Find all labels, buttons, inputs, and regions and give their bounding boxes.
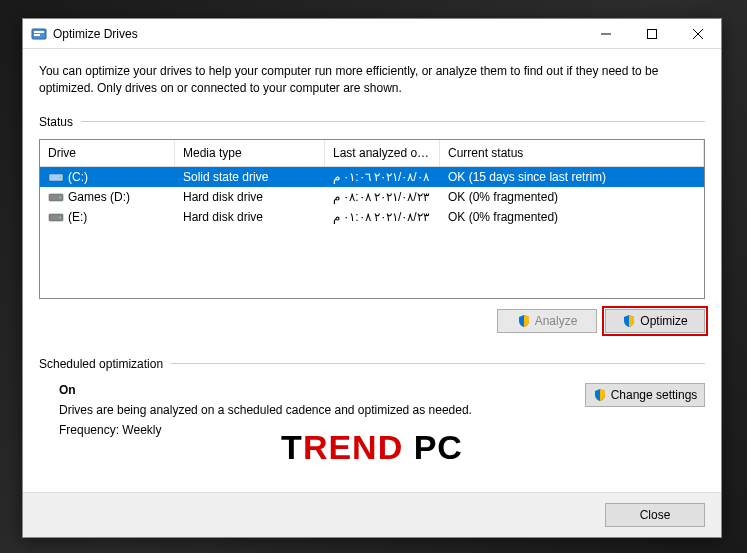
current-status: OK (0% fragmented) xyxy=(440,190,704,204)
intro-text: You can optimize your drives to help you… xyxy=(39,63,705,97)
scheduled-text: On Drives are being analyzed on a schedu… xyxy=(39,383,565,437)
close-label: Close xyxy=(640,508,671,522)
svg-point-12 xyxy=(59,217,61,219)
optimize-label: Optimize xyxy=(640,314,687,328)
optimize-button[interactable]: Optimize xyxy=(605,309,705,333)
close-button[interactable] xyxy=(675,19,721,49)
drive-name: (C:) xyxy=(68,170,88,184)
shield-icon xyxy=(593,388,607,402)
last-analyzed: ٢٠٢١/٠٨/٢٣ ٠٨:٠٨ م xyxy=(325,190,440,204)
shield-icon xyxy=(517,314,531,328)
last-analyzed: ٢٠٢١/٠٨/٠٨ ٠١:٠٦ م xyxy=(325,170,440,184)
svg-rect-1 xyxy=(34,31,44,33)
column-status[interactable]: Current status xyxy=(440,140,704,166)
svg-point-8 xyxy=(59,177,61,179)
scheduled-freq: Frequency: Weekly xyxy=(59,423,565,437)
current-status: OK (15 days since last retrim) xyxy=(440,170,704,184)
divider xyxy=(81,121,705,122)
scheduled-label-text: Scheduled optimization xyxy=(39,357,163,371)
media-type: Solid state drive xyxy=(175,170,325,184)
minimize-button[interactable] xyxy=(583,19,629,49)
analyze-button[interactable]: Analyze xyxy=(497,309,597,333)
column-drive[interactable]: Drive xyxy=(40,140,175,166)
drive-icon xyxy=(48,191,64,203)
drive-icon xyxy=(48,211,64,223)
app-icon xyxy=(31,26,47,42)
shield-icon xyxy=(622,314,636,328)
svg-rect-2 xyxy=(34,34,40,36)
list-rows: (C:)Solid state drive٢٠٢١/٠٨/٠٨ ٠١:٠٦ مO… xyxy=(40,167,704,298)
close-footer-button[interactable]: Close xyxy=(605,503,705,527)
analyze-label: Analyze xyxy=(535,314,578,328)
svg-rect-4 xyxy=(648,29,657,38)
action-row: Analyze Optimize xyxy=(39,309,705,333)
table-row[interactable]: (E:)Hard disk drive٢٠٢١/٠٨/٢٣ ٠١:٠٨ مOK … xyxy=(40,207,704,227)
status-label-text: Status xyxy=(39,115,73,129)
change-settings-button[interactable]: Change settings xyxy=(585,383,705,407)
table-row[interactable]: (C:)Solid state drive٢٠٢١/٠٨/٠٨ ٠١:٠٦ مO… xyxy=(40,167,704,187)
column-last[interactable]: Last analyzed or o... xyxy=(325,140,440,166)
svg-point-10 xyxy=(59,197,61,199)
scheduled-label: Scheduled optimization xyxy=(39,357,705,371)
footer: Close xyxy=(23,492,721,537)
scheduled-desc: Drives are being analyzed on a scheduled… xyxy=(59,403,565,417)
last-analyzed: ٢٠٢١/٠٨/٢٣ ٠١:٠٨ م xyxy=(325,210,440,224)
content-area: You can optimize your drives to help you… xyxy=(23,49,721,492)
drives-list[interactable]: Drive Media type Last analyzed or o... C… xyxy=(39,139,705,299)
column-media[interactable]: Media type xyxy=(175,140,325,166)
table-row[interactable]: Games (D:)Hard disk drive٢٠٢١/٠٨/٢٣ ٠٨:٠… xyxy=(40,187,704,207)
change-settings-label: Change settings xyxy=(611,388,698,402)
window-title: Optimize Drives xyxy=(53,27,583,41)
status-section-label: Status xyxy=(39,115,705,129)
scheduled-section: Scheduled optimization On Drives are bei… xyxy=(39,357,705,437)
maximize-button[interactable] xyxy=(629,19,675,49)
scheduled-body: On Drives are being analyzed on a schedu… xyxy=(39,383,705,437)
current-status: OK (0% fragmented) xyxy=(440,210,704,224)
titlebar[interactable]: Optimize Drives xyxy=(23,19,721,49)
drive-name: (E:) xyxy=(68,210,87,224)
media-type: Hard disk drive xyxy=(175,210,325,224)
drive-icon xyxy=(48,171,64,183)
scheduled-on: On xyxy=(59,383,565,397)
drive-name: Games (D:) xyxy=(68,190,130,204)
list-header[interactable]: Drive Media type Last analyzed or o... C… xyxy=(40,140,704,167)
media-type: Hard disk drive xyxy=(175,190,325,204)
divider xyxy=(171,363,705,364)
optimize-drives-window: Optimize Drives You can optimize your dr… xyxy=(22,18,722,538)
